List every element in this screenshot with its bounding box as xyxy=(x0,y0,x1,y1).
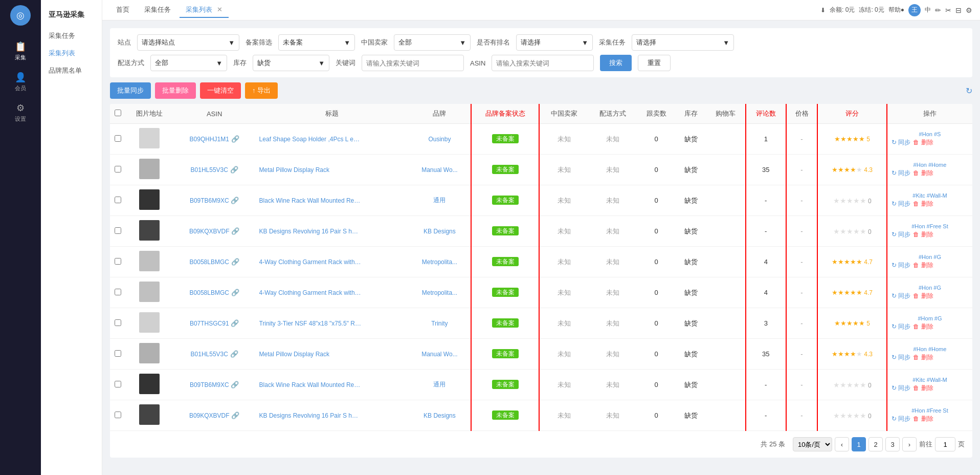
backup-select[interactable]: 未备案▼ xyxy=(278,34,355,51)
row-checkbox[interactable] xyxy=(115,227,121,234)
scissors-icon[interactable]: ✂ xyxy=(945,6,951,14)
tab-list[interactable]: 采集列表 ✕ xyxy=(180,3,229,18)
delete-link[interactable]: 🗑 删除 xyxy=(913,353,933,362)
help-text[interactable]: 帮助● xyxy=(888,6,904,14)
batch-sync-button[interactable]: 批量同步 xyxy=(110,82,151,99)
batch-delete-button[interactable]: 批量删除 xyxy=(155,82,196,99)
row-checkbox[interactable] xyxy=(115,166,121,172)
delete-link[interactable]: 🗑 删除 xyxy=(913,384,933,393)
title-link[interactable]: Leaf Shape Soap Holder ,4Pcs L eaf Shape… xyxy=(259,136,362,143)
next-page-btn[interactable]: › xyxy=(902,437,917,451)
asin-copy-icon[interactable]: 🔗 xyxy=(231,381,239,388)
sync-link[interactable]: ↻ 同步 xyxy=(892,384,910,393)
delete-link[interactable]: 🗑 删除 xyxy=(913,200,933,208)
asin-copy-icon[interactable]: 🔗 xyxy=(231,258,239,266)
rank-select[interactable]: 请选择▼ xyxy=(516,34,593,51)
row-checkbox-cell[interactable] xyxy=(110,155,125,185)
download-icon[interactable]: ⬇ xyxy=(820,7,826,14)
sync-link[interactable]: ↻ 同步 xyxy=(892,200,910,208)
tab-task[interactable]: 采集任务 xyxy=(138,3,177,18)
delete-link[interactable]: 🗑 删除 xyxy=(913,322,933,331)
title-link[interactable]: Trinity 3-Tier NSF 48"x18 "x75.5" Rollin… xyxy=(259,320,362,327)
window-icon[interactable]: ⊟ xyxy=(955,6,962,14)
sidebar-item-collect[interactable]: 📋 采集 xyxy=(0,36,41,67)
stock-select[interactable]: 缺货▼ xyxy=(253,55,329,71)
asin-copy-icon[interactable]: 🔗 xyxy=(230,350,238,358)
brand-link[interactable]: KB Designs xyxy=(424,412,456,419)
asin-link[interactable]: B01HL55V3C xyxy=(191,166,228,174)
sidebar-item-settings[interactable]: ⚙ 设置 xyxy=(0,97,41,128)
row-checkbox-cell[interactable] xyxy=(110,400,125,431)
header-checkbox[interactable] xyxy=(110,104,125,124)
row-checkbox-cell[interactable] xyxy=(110,247,125,277)
asin-link[interactable]: B0058LBMGC xyxy=(190,258,229,266)
sync-link[interactable]: ↻ 同步 xyxy=(892,138,910,147)
row-checkbox-cell[interactable] xyxy=(110,308,125,339)
row-checkbox[interactable] xyxy=(115,319,121,326)
prev-page-btn[interactable]: ‹ xyxy=(835,437,849,451)
brand-link[interactable]: KB Designs xyxy=(424,228,456,235)
title-link[interactable]: Black Wine Rack Wall Mounted Retro Metal… xyxy=(259,381,362,388)
asin-link[interactable]: B09QHHJ1M1 xyxy=(190,136,229,143)
search-button[interactable]: 搜索 xyxy=(600,55,632,71)
asin-link[interactable]: B09TB6M9XC xyxy=(190,381,229,388)
edit-icon[interactable]: ✏ xyxy=(935,6,941,14)
asin-copy-icon[interactable]: 🔗 xyxy=(231,319,239,327)
second-nav-item-list[interactable]: 采集列表 xyxy=(41,45,102,62)
clear-all-button[interactable]: 一键清空 xyxy=(200,82,241,99)
per-page-select[interactable]: 10条/页 20条/页 50条/页 xyxy=(793,437,832,451)
brand-link[interactable]: Metropolita... xyxy=(422,289,457,296)
keyword-input[interactable] xyxy=(362,55,464,71)
gear-icon[interactable]: ⚙ xyxy=(966,6,972,14)
asin-copy-icon[interactable]: 🔗 xyxy=(231,197,239,204)
row-checkbox-cell[interactable] xyxy=(110,124,125,155)
sync-link[interactable]: ↻ 同步 xyxy=(892,353,910,362)
sync-link[interactable]: ↻ 同步 xyxy=(892,322,910,331)
row-checkbox-cell[interactable] xyxy=(110,216,125,247)
asin-link[interactable]: B09KQXBVDF xyxy=(189,412,230,419)
asin-link[interactable]: B09KQXBVDF xyxy=(189,228,230,235)
brand-link[interactable]: Trinity xyxy=(431,320,448,327)
row-checkbox[interactable] xyxy=(115,258,121,265)
brand-link[interactable]: 通用 xyxy=(433,197,446,204)
row-checkbox[interactable] xyxy=(115,381,121,387)
delete-link[interactable]: 🗑 删除 xyxy=(913,261,933,270)
sync-link[interactable]: ↻ 同步 xyxy=(892,292,910,300)
brand-link[interactable]: Manual Wo... xyxy=(421,351,457,358)
sync-link[interactable]: ↻ 同步 xyxy=(892,230,910,239)
title-link[interactable]: 4-Way Clothing Garment Rack with 4 Strai… xyxy=(259,289,362,296)
asin-copy-icon[interactable]: 🔗 xyxy=(230,166,238,174)
page-1-btn[interactable]: 1 xyxy=(852,437,866,451)
brand-link[interactable]: Metropolita... xyxy=(422,258,457,266)
title-link[interactable]: Metal Pillow Display Rack xyxy=(259,166,362,174)
title-link[interactable]: Black Wine Rack Wall Mounted Retro Metal… xyxy=(259,197,362,204)
row-checkbox-cell[interactable] xyxy=(110,277,125,308)
row-checkbox[interactable] xyxy=(115,350,121,357)
asin-link[interactable]: B0058LBMGC xyxy=(190,289,229,296)
sync-link[interactable]: ↻ 同步 xyxy=(892,169,910,178)
asin-copy-icon[interactable]: 🔗 xyxy=(231,227,239,235)
asin-copy-icon[interactable]: 🔗 xyxy=(231,289,239,296)
delete-link[interactable]: 🗑 删除 xyxy=(913,169,933,178)
brand-link[interactable]: Ousinby xyxy=(428,136,451,143)
page-2-btn[interactable]: 2 xyxy=(868,437,883,451)
lang-btn[interactable]: 中 xyxy=(925,6,931,14)
second-nav-item-blacklist[interactable]: 品牌黑名单 xyxy=(41,62,102,79)
asin-link[interactable]: B01HL55V3C xyxy=(191,351,228,358)
row-checkbox[interactable] xyxy=(115,289,121,295)
avatar[interactable]: 王 xyxy=(908,4,921,16)
reset-button[interactable]: 重置 xyxy=(638,55,671,71)
asin-input[interactable] xyxy=(492,55,594,71)
title-link[interactable]: KB Designs Revolving 16 Pair S hoe Rack … xyxy=(259,412,362,419)
sync-link[interactable]: ↻ 同步 xyxy=(892,415,910,423)
site-select[interactable]: 请选择站点▼ xyxy=(137,34,239,51)
title-link[interactable]: Metal Pillow Display Rack xyxy=(259,351,362,358)
brand-link[interactable]: Manual Wo... xyxy=(421,166,457,174)
row-checkbox[interactable] xyxy=(115,197,121,203)
tab-home[interactable]: 首页 xyxy=(110,3,136,18)
export-button[interactable]: ↑ 导出 xyxy=(245,82,278,99)
row-checkbox-cell[interactable] xyxy=(110,370,125,400)
delivery-select[interactable]: 全部▼ xyxy=(150,55,227,71)
task-select[interactable]: 请选择▼ xyxy=(632,34,734,51)
asin-copy-icon[interactable]: 🔗 xyxy=(231,412,239,419)
